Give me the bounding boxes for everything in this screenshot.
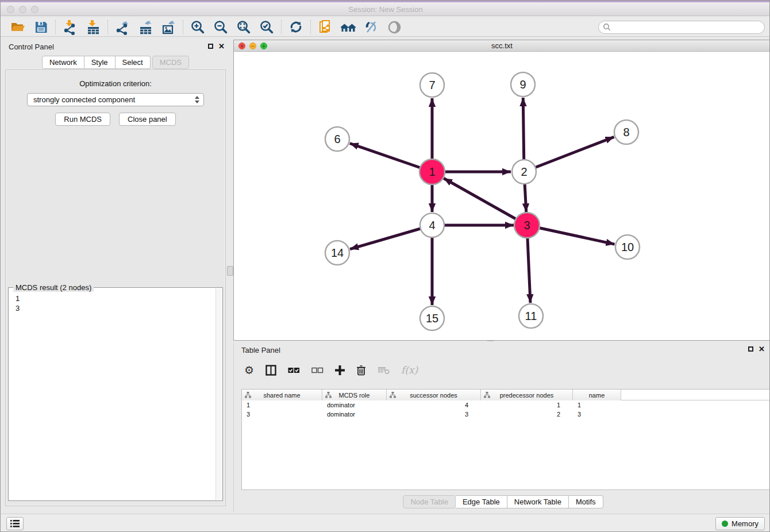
import-network-button[interactable] [59,18,82,36]
column-header-shared-name[interactable]: shared name [242,390,322,400]
edge-3-1[interactable] [444,178,527,225]
result-scrollbar[interactable] [215,288,222,500]
fx-icon: f(x) [401,364,418,376]
edge-3-10[interactable] [527,225,615,244]
zoom-out-icon [213,20,229,35]
mcds-result-title: MCDS result (2 nodes) [13,283,94,292]
open-folder-icon [10,20,25,34]
svg-text:4: 4 [429,219,435,232]
float-panel-icon[interactable] [208,44,213,49]
checked-boxes-icon [288,367,300,374]
column-header-predecessor-nodes[interactable]: predecessor nodes [481,390,573,400]
memory-button[interactable]: Memory [715,517,765,530]
tab-network-table[interactable]: Network Table [507,495,569,508]
export-network-button[interactable] [111,18,134,36]
node-4[interactable]: 4 [420,213,444,237]
column-label: successor nodes [410,392,457,399]
node-9[interactable]: 9 [511,72,535,97]
network-minimize-button[interactable]: − [249,43,256,49]
export-table-button[interactable] [134,18,157,36]
window-title: Session: New Session [1,5,770,14]
node-table[interactable]: shared nameMCDS rolesuccessor nodesprede… [241,389,770,490]
network-canvas[interactable]: 7968124314101511 [234,52,770,340]
add-column-button[interactable] [335,365,345,375]
refresh-icon [288,20,303,34]
optimization-criterion-label: Optimization criterion: [6,79,225,88]
optimization-criterion-select[interactable]: strongly connected component [27,93,204,106]
node-15[interactable]: 15 [420,306,444,330]
select-all-rows-button[interactable] [288,367,300,374]
zoom-out-button[interactable] [209,18,232,36]
task-history-button[interactable] [6,517,24,530]
show-graphics-details-button[interactable] [383,18,406,36]
zoom-fit-button[interactable] [232,18,255,36]
open-session-button[interactable] [6,18,29,36]
close-panel-button[interactable]: Close panel [119,113,176,126]
run-mcds-button[interactable]: Run MCDS [55,113,110,126]
zoom-in-button[interactable] [186,18,209,36]
hierarchy-icon [390,392,396,398]
delete-columns-button[interactable] [356,365,366,376]
node-8[interactable]: 8 [614,120,638,144]
memory-status-dot [722,521,728,527]
optimization-criterion-value: strongly connected component [33,95,135,104]
float-table-panel-icon[interactable] [748,346,753,352]
select-stepper-icon [195,96,199,103]
table-row[interactable]: 1dominator411 [242,400,769,410]
close-table-panel-icon[interactable]: ✕ [759,346,765,352]
edge-2-8[interactable] [524,137,614,172]
table-panel-title: Table Panel [241,346,280,354]
clone-network-button[interactable] [314,18,337,36]
column-visibility-button[interactable] [265,365,276,376]
search-input[interactable] [598,21,765,34]
tab-select[interactable]: Select [116,56,151,69]
home-view-button[interactable] [337,18,360,36]
tab-style[interactable]: Style [84,56,116,69]
deselect-all-rows-button[interactable] [311,367,324,374]
node-11[interactable]: 11 [519,304,543,328]
import-table-button[interactable] [82,18,105,36]
tab-edge-table[interactable]: Edge Table [456,495,507,508]
node-7[interactable]: 7 [420,73,444,97]
node-10[interactable]: 10 [615,235,640,259]
status-bar: Memory [1,514,770,532]
hide-graphics-details-button[interactable] [360,18,383,36]
network-maximize-button[interactable]: + [260,43,267,49]
network-close-button[interactable]: × [238,43,245,49]
eye-icon [387,20,402,35]
cell-shared-name: 1 [242,400,322,410]
node-3[interactable]: 3 [514,213,540,238]
delete-table-button[interactable] [378,366,390,375]
network-graph[interactable]: 7968124314101511 [234,52,770,340]
table-panel-tabs: Node TableEdge TableNetwork TableMotifs [234,495,770,508]
tab-node-table[interactable]: Node Table [403,495,456,508]
cell-mcds-role: dominator [322,400,387,410]
table-options-button[interactable]: ⚙ [244,364,254,376]
node-14[interactable]: 14 [325,241,349,265]
vertical-splitter-handle[interactable] [227,266,233,276]
svg-text:9: 9 [519,78,526,91]
toolbar-separator [55,20,56,34]
column-header-successor-nodes[interactable]: successor nodes [387,390,481,400]
column-header-name[interactable]: name [573,390,621,400]
tab-network[interactable]: Network [42,56,84,69]
node-6[interactable]: 6 [325,127,349,151]
toolbar-separator [183,20,183,34]
cell-predecessor-nodes: 2 [481,410,573,419]
save-session-button[interactable] [29,18,52,36]
column-header-mcds-role[interactable]: MCDS role [322,390,387,400]
export-image-button[interactable] [157,18,180,36]
function-builder-button[interactable]: f(x) [401,364,418,376]
svg-text:3: 3 [523,219,530,232]
tab-motifs[interactable]: Motifs [569,495,603,508]
zoom-selected-button[interactable] [255,18,278,36]
close-panel-icon[interactable]: ✕ [218,43,225,49]
node-2[interactable]: 2 [512,160,536,184]
table-row[interactable]: 3dominator323 [242,410,769,419]
refresh-layout-button[interactable] [284,18,307,36]
network-window-title: scc.txt [234,40,770,51]
edge-4-14[interactable] [350,225,432,249]
column-label: name [589,392,605,399]
node-1[interactable]: 1 [419,159,445,184]
tab-mcds[interactable]: MCDS [152,56,189,69]
